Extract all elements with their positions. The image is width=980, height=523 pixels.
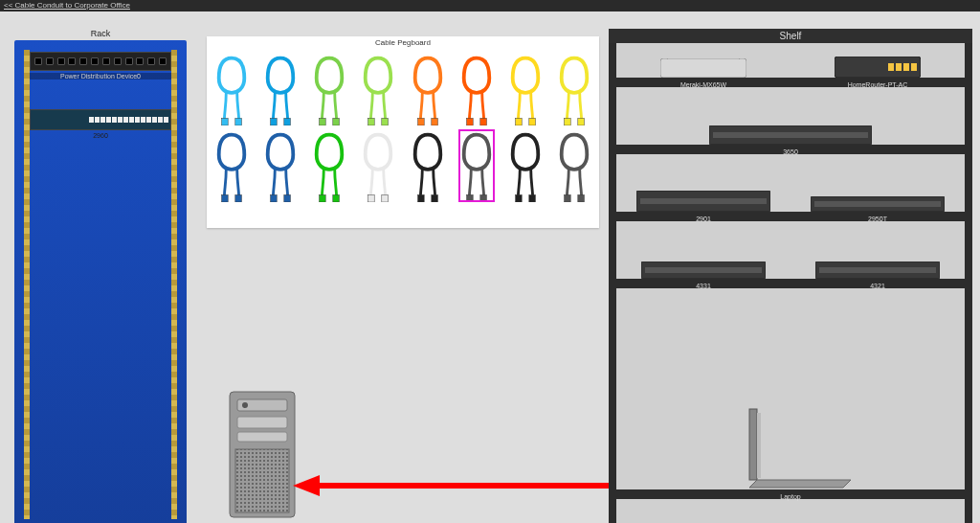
shelf-area: Shelf Meraki-MX65WHomeRouter-PT-AC365029… <box>609 29 972 523</box>
device-label: 4321 <box>870 283 885 289</box>
svg-rect-8 <box>417 118 424 125</box>
cable-row-2 <box>207 129 599 202</box>
svg-rect-6 <box>368 118 375 125</box>
device-label: 4331 <box>696 283 711 289</box>
cable-row1-2[interactable] <box>311 53 347 125</box>
cable-row2-5[interactable] <box>458 129 495 202</box>
cable-row2-2[interactable] <box>311 129 347 202</box>
shelf-row-4: Laptop <box>616 307 965 499</box>
svg-rect-48 <box>903 63 909 71</box>
shelf-device-2950t[interactable]: 2950T <box>811 196 945 212</box>
pegboard-title: Cable Pegboard <box>207 36 599 49</box>
cable-row1-7[interactable] <box>556 53 592 125</box>
workspace[interactable]: Rack Power Distribution Device0 2960 Cab… <box>0 11 980 523</box>
svg-rect-49 <box>911 63 917 71</box>
patch-panel[interactable] <box>30 52 171 71</box>
cable-row1-3[interactable] <box>360 53 396 125</box>
svg-rect-27 <box>480 194 487 202</box>
svg-rect-4 <box>320 118 326 125</box>
device-label: Meraki-MX65W <box>680 81 726 88</box>
shelf-row-2: 29012950T <box>616 173 965 221</box>
breadcrumb-bar: << Cable Conduit to Corporate Office <box>0 0 980 11</box>
switch-2960-label: 2960 <box>30 132 171 139</box>
rack-area: Rack Power Distribution Device0 2960 <box>14 29 187 523</box>
svg-rect-55 <box>814 201 941 207</box>
cable-row1-4[interactable] <box>410 53 446 125</box>
svg-rect-2 <box>270 118 277 125</box>
cable-row2-0[interactable] <box>213 129 250 202</box>
svg-rect-12 <box>516 118 523 125</box>
rack-title: Rack <box>14 29 187 38</box>
shelf-row-3: 43314321 <box>616 240 965 288</box>
svg-rect-24 <box>417 194 424 202</box>
svg-rect-13 <box>529 118 536 125</box>
svg-rect-17 <box>234 194 241 202</box>
svg-rect-1 <box>234 118 241 125</box>
device-label: 2950T <box>868 216 887 222</box>
cable-row1-1[interactable] <box>262 53 299 125</box>
pdu-label: Power Distribution Device0 <box>30 73 171 80</box>
shelf-row-1: 3650 <box>616 106 965 154</box>
cable-row1-5[interactable] <box>458 53 495 125</box>
svg-rect-19 <box>284 194 291 202</box>
rack-rail-right <box>171 50 177 519</box>
svg-rect-28 <box>516 194 523 202</box>
cable-row2-4[interactable] <box>410 129 446 202</box>
pc-tower[interactable] <box>228 390 297 519</box>
svg-rect-35 <box>237 417 287 428</box>
switch-2960[interactable] <box>30 109 171 130</box>
svg-rect-14 <box>565 118 571 125</box>
cable-row-1 <box>207 53 599 125</box>
svg-rect-29 <box>529 194 536 202</box>
cable-row2-6[interactable] <box>507 129 544 202</box>
shelf-device-4331[interactable]: 4331 <box>641 262 766 279</box>
rack[interactable]: Power Distribution Device0 2960 <box>14 40 187 523</box>
svg-rect-20 <box>320 194 326 202</box>
cable-row2-7[interactable] <box>556 129 592 202</box>
cable-pegboard: Cable Pegboard <box>207 36 599 228</box>
svg-rect-18 <box>270 194 277 202</box>
svg-rect-30 <box>565 194 571 202</box>
device-label: Laptop <box>780 493 800 500</box>
svg-rect-15 <box>578 118 585 125</box>
svg-rect-31 <box>578 194 585 202</box>
shelf-frame: Meraki-MX65WHomeRouter-PT-AC365029012950… <box>609 43 972 523</box>
svg-rect-57 <box>645 267 762 273</box>
shelf-row-0: Meraki-MX65WHomeRouter-PT-AC <box>616 39 965 87</box>
svg-rect-11 <box>480 118 487 125</box>
svg-rect-7 <box>382 118 389 125</box>
svg-rect-23 <box>382 194 389 202</box>
shelf-device-3650[interactable]: 3650 <box>709 125 872 145</box>
device-label: 3650 <box>783 148 798 155</box>
breadcrumb-link[interactable]: << Cable Conduit to Corporate Office <box>4 1 130 10</box>
shelf-device-meraki-mx65w[interactable]: Meraki-MX65W <box>660 58 746 78</box>
cable-row1-0[interactable] <box>213 53 250 125</box>
svg-rect-9 <box>431 118 437 125</box>
svg-rect-51 <box>713 132 868 138</box>
svg-rect-53 <box>640 198 767 204</box>
svg-rect-59 <box>819 267 936 273</box>
svg-rect-22 <box>368 194 375 202</box>
svg-rect-37 <box>235 449 289 512</box>
svg-rect-42 <box>660 58 746 78</box>
svg-rect-21 <box>333 194 340 202</box>
svg-marker-61 <box>749 480 851 488</box>
device-label: 2901 <box>696 216 711 222</box>
shelf-device-homerouter-pt-ac[interactable]: HomeRouter-PT-AC <box>835 57 921 78</box>
svg-rect-26 <box>466 194 473 202</box>
cable-row1-6[interactable] <box>507 53 544 125</box>
svg-rect-46 <box>888 63 894 71</box>
cable-row2-3[interactable] <box>360 129 396 202</box>
svg-rect-36 <box>237 432 287 442</box>
svg-rect-60 <box>749 409 757 480</box>
shelf-device-4321[interactable]: 4321 <box>815 262 940 279</box>
svg-rect-25 <box>431 194 437 202</box>
svg-rect-10 <box>466 118 473 125</box>
svg-rect-16 <box>221 194 228 202</box>
svg-rect-62 <box>757 413 761 478</box>
shelf-device-laptop[interactable]: Laptop <box>728 403 853 489</box>
shelf-device-2901[interactable]: 2901 <box>636 191 770 212</box>
svg-rect-0 <box>221 118 228 125</box>
cable-row2-1[interactable] <box>262 129 299 202</box>
svg-rect-5 <box>333 118 340 125</box>
